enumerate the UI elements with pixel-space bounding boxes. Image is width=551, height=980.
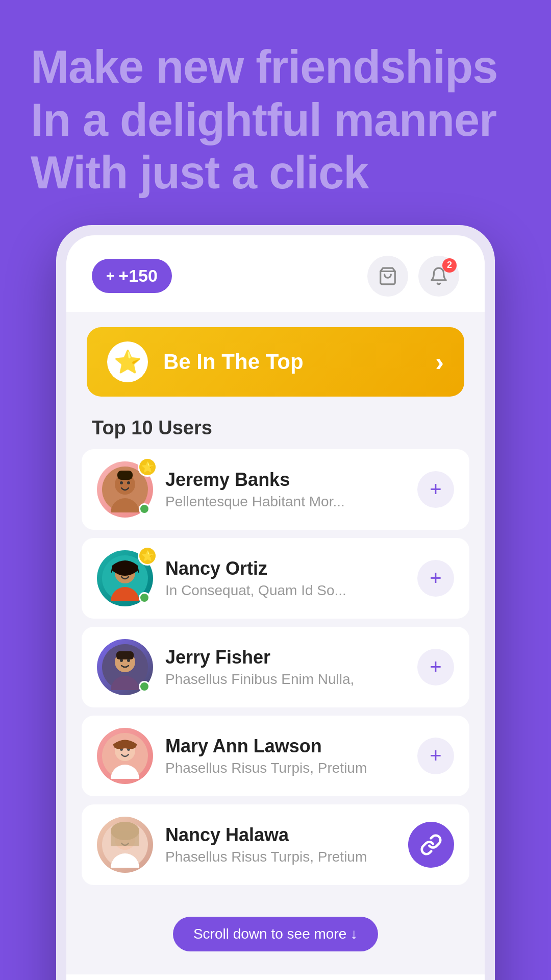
section-title: Top 10 Users	[66, 407, 485, 444]
svg-rect-6	[117, 471, 133, 480]
scroll-down-area: Scroll down to see more ↓	[66, 898, 485, 974]
user-info: Nancy Ortiz In Consequat, Quam Id So...	[165, 558, 405, 599]
hero-line2: In a delightful manner	[31, 94, 496, 145]
user-card: ⭐ Jeremy Banks Pellentesque Habitant Mor…	[82, 449, 469, 530]
phone-wrapper: + +150 2	[56, 225, 495, 981]
svg-rect-17	[116, 651, 134, 659]
add-user-button[interactable]: +	[417, 560, 454, 597]
user-card: Mary Ann Lawson Phasellus Risus Turpis, …	[82, 716, 469, 796]
hero-section: Make new friendships In a delightful man…	[0, 0, 551, 220]
svg-point-5	[127, 481, 130, 484]
link-icon	[420, 834, 442, 856]
add-user-button[interactable]: +	[417, 471, 454, 508]
user-bio: Phasellus Finibus Enim Nulla,	[165, 671, 405, 688]
header-icons: 2	[367, 256, 459, 297]
phone-screen: + +150 2	[66, 235, 485, 981]
svg-rect-29	[111, 831, 139, 846]
hero-text: Make new friendships In a delightful man…	[31, 41, 520, 200]
avatar-wrapper	[97, 728, 153, 784]
user-name: Nancy Halawa	[165, 824, 396, 846]
user-avatar-4	[102, 733, 148, 779]
user-bio: Pellentesque Habitant Mor...	[165, 494, 405, 510]
avatar	[97, 817, 153, 873]
hero-line3: With just a click	[31, 147, 368, 198]
bottom-navigation: Link Me Stories	[66, 974, 485, 981]
user-card: Nancy Halawa Phasellus Risus Turpis, Pre…	[82, 804, 469, 885]
banner-star-icon: ⭐	[107, 341, 148, 382]
add-user-button[interactable]: +	[417, 738, 454, 774]
online-indicator	[139, 592, 150, 603]
hero-line1: Make new friendships	[31, 41, 497, 92]
avatar	[97, 728, 153, 784]
points-badge[interactable]: + +150	[92, 259, 172, 293]
store-button[interactable]	[367, 256, 408, 297]
user-info: Nancy Halawa Phasellus Risus Turpis, Pre…	[165, 824, 396, 865]
user-card: ⭐ Nancy Ortiz In Consequat, Quam Id So..…	[82, 538, 469, 619]
user-card: Jerry Fisher Phasellus Finibus Enim Null…	[82, 627, 469, 707]
user-bio: Phasellus Risus Turpis, Pretium	[165, 849, 396, 865]
user-name: Jerry Fisher	[165, 647, 405, 668]
plus-sign: +	[106, 268, 114, 284]
avatar-wrapper: ⭐	[97, 550, 153, 606]
notification-button[interactable]: 2	[418, 256, 459, 297]
be-in-top-banner[interactable]: ⭐ Be In The Top ›	[87, 327, 464, 397]
app-header: + +150 2	[66, 235, 485, 312]
points-value: +150	[118, 266, 158, 286]
banner-label: Be In The Top	[163, 350, 435, 374]
user-name: Jeremy Banks	[165, 469, 405, 491]
user-info: Jeremy Banks Pellentesque Habitant Mor..…	[165, 469, 405, 510]
user-info: Jerry Fisher Phasellus Finibus Enim Null…	[165, 647, 405, 688]
svg-point-4	[120, 481, 123, 484]
user-info: Mary Ann Lawson Phasellus Risus Turpis, …	[165, 736, 405, 776]
notification-count: 2	[442, 258, 457, 273]
user-bio: Phasellus Risus Turpis, Pretium	[165, 760, 405, 776]
avatar-wrapper	[97, 817, 153, 873]
add-user-button[interactable]: +	[417, 649, 454, 685]
user-bio: In Consequat, Quam Id So...	[165, 582, 405, 599]
online-indicator	[139, 681, 150, 692]
link-user-button[interactable]	[408, 822, 454, 868]
avatar-wrapper: ⭐	[97, 461, 153, 518]
store-icon	[378, 266, 397, 286]
scroll-down-button[interactable]: Scroll down to see more ↓	[173, 917, 378, 951]
user-list: ⭐ Jeremy Banks Pellentesque Habitant Mor…	[66, 444, 485, 898]
avatar-wrapper	[97, 639, 153, 695]
banner-arrow-icon: ›	[435, 347, 444, 377]
user-avatar-5	[102, 822, 148, 868]
crown-badge: ⭐	[138, 457, 157, 477]
user-name: Mary Ann Lawson	[165, 736, 405, 757]
online-indicator	[139, 503, 150, 514]
user-name: Nancy Ortiz	[165, 558, 405, 579]
crown-badge: ⭐	[138, 546, 157, 566]
